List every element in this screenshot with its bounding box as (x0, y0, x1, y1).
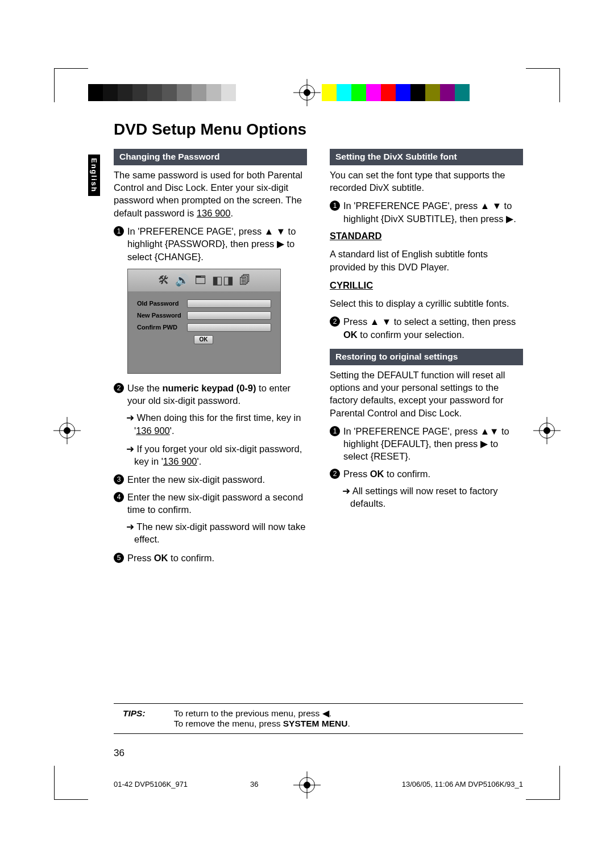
swatch (425, 84, 440, 101)
print-footer: 01-42 DVP5106K_971 36 13/06/05, 11:06 AM… (114, 780, 523, 788)
section-heading: Restoring to original settings (330, 349, 523, 365)
step-bullet-icon: 3 (114, 474, 124, 485)
step-bullet-icon: 4 (114, 492, 124, 502)
swatch (381, 84, 396, 101)
tips-box: TIPS: To return to the previous menu, pr… (114, 703, 523, 734)
subheading: CYRILLIC (330, 279, 523, 291)
body-text: Setting the DEFAULT function will reset … (330, 369, 523, 419)
step: 2 Press OK to confirm. (330, 468, 523, 480)
swatch (396, 84, 410, 101)
footer-page: 36 (250, 780, 258, 788)
swatch (103, 84, 118, 101)
swatch (221, 84, 236, 101)
sub-step: All settings will now reset to factory d… (330, 485, 523, 510)
swatch (440, 84, 455, 101)
step: 2 Press to select a setting, then press … (330, 315, 523, 341)
ui-tab-icons: 🛠 🔊 🗔 ◧◨ 🗐 (128, 269, 280, 291)
swatch (88, 84, 103, 101)
registration-mark-icon (297, 82, 317, 103)
right-column: Setting the DivX Subtitle font You can s… (330, 149, 523, 569)
grayscale-bar (88, 84, 251, 101)
registration-mark-icon (537, 420, 557, 441)
swatch (192, 84, 206, 101)
intro-text: The same password is used for both Paren… (114, 169, 307, 219)
step-bullet-icon: 5 (114, 553, 124, 563)
step: 1 In 'PREFERENCE PAGE', press to highlig… (114, 225, 307, 263)
step-bullet-icon: 2 (330, 316, 340, 327)
password-dialog-screenshot: 🛠 🔊 🗔 ◧◨ 🗐 Old Password New Password Con… (127, 269, 281, 374)
sub-step: When doing this for the first time, key … (114, 411, 307, 437)
crop-mark (526, 68, 560, 102)
confirm-password-field (187, 323, 271, 332)
swatch (132, 84, 147, 101)
step-bullet-icon: 2 (330, 469, 340, 479)
swatch (206, 84, 221, 101)
old-password-label: Old Password (137, 299, 184, 308)
step: 5 Press OK to confirm. (114, 552, 307, 564)
color-bar (307, 84, 470, 101)
step: 1 In 'PREFERENCE PAGE', press to highlig… (330, 425, 523, 463)
crop-mark (54, 766, 88, 800)
step: 2 Use the numeric keypad (0-9) to enter … (114, 382, 307, 407)
page-content: DVD Setup Menu Options Changing the Pass… (114, 120, 523, 766)
step-bullet-icon: 1 (330, 426, 340, 436)
step-bullet-icon: 1 (114, 226, 124, 236)
subheading: STANDARD (330, 229, 523, 242)
confirm-password-label: Confirm PWD (137, 323, 184, 332)
step: 1 In 'PREFERENCE PAGE', press to highlig… (330, 199, 523, 225)
section-heading: Setting the DivX Subtitle font (330, 149, 523, 165)
swatch (177, 84, 192, 101)
swatch (147, 84, 162, 101)
preference-icon: 🗐 (239, 273, 251, 288)
swatch (366, 84, 381, 101)
sub-step: If you forget your old six-digit passwor… (114, 443, 307, 468)
swatch (322, 84, 337, 101)
step-bullet-icon: 2 (114, 383, 124, 393)
footer-left: 01-42 DVP5106K_971 (114, 780, 188, 788)
crop-mark (526, 766, 560, 800)
crop-mark (54, 68, 88, 102)
swatch (351, 84, 366, 101)
swatch (410, 84, 425, 101)
body-text: Select this to display a cyrillic subtit… (330, 297, 523, 310)
new-password-field (187, 311, 271, 320)
misc-icon: ◧◨ (212, 273, 234, 288)
footer-right: 13/06/05, 11:06 AM DVP5106K/93_1 (402, 780, 523, 788)
swatch (118, 84, 132, 101)
swatch (236, 84, 251, 101)
body-text: A standard list of English subtitle font… (330, 248, 523, 273)
swatch (337, 84, 351, 101)
step: 3 Enter the new six-digit password. (114, 473, 307, 486)
swatch (162, 84, 177, 101)
wrench-icon: 🛠 (158, 273, 169, 288)
body-text: You can set the font type that supports … (330, 169, 523, 194)
video-icon: 🗔 (195, 273, 206, 288)
sub-step: The new six-digit password will now take… (114, 520, 307, 546)
step-bullet-icon: 1 (330, 201, 340, 211)
swatch (455, 84, 470, 101)
ok-button: OK (194, 335, 213, 344)
tips-label: TIPS: (114, 708, 174, 719)
step: 4 Enter the new six-digit password a sec… (114, 491, 307, 516)
language-tab: English (88, 155, 100, 196)
old-password-field (187, 299, 271, 308)
speaker-icon: 🔊 (175, 273, 189, 288)
page-number: 36 (114, 748, 125, 759)
page-title: DVD Setup Menu Options (114, 120, 523, 139)
left-column: Changing the Password The same password … (114, 149, 307, 569)
new-password-label: New Password (137, 311, 184, 320)
registration-mark-icon (57, 420, 77, 441)
section-heading: Changing the Password (114, 149, 307, 165)
